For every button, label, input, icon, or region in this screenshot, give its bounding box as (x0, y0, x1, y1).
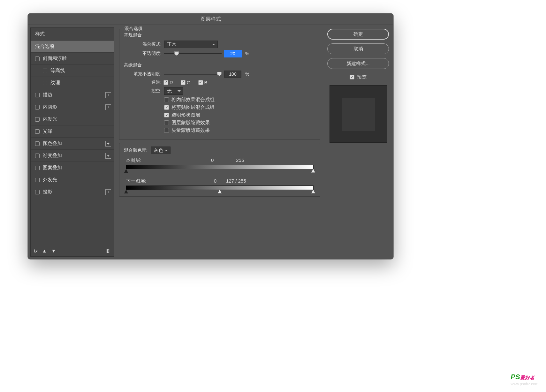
underlying-layer-gradient[interactable] (126, 185, 314, 190)
sidebar-item-inner-glow[interactable]: 内发光 (31, 113, 114, 125)
preview-checkbox[interactable] (350, 75, 354, 79)
checkbox[interactable] (35, 154, 40, 158)
dialog-title[interactable]: 图层样式 (28, 13, 393, 25)
slider-black-handle-icon[interactable] (124, 190, 128, 193)
trash-icon[interactable]: 🗑 (106, 248, 110, 253)
percent-label: % (245, 51, 249, 56)
plus-icon[interactable]: + (105, 92, 111, 98)
sidebar-item-label: 描边 (43, 92, 105, 98)
checkbox[interactable] (164, 120, 169, 125)
sidebar-item-outer-glow[interactable]: 外发光 (31, 174, 114, 186)
channel-b-checkbox[interactable] (198, 80, 203, 85)
percent-label: % (245, 72, 249, 77)
sidebar-item-label: 内发光 (43, 116, 111, 122)
blend-if-group: 混合颜色带: 灰色 本图层: 0255 (119, 143, 320, 197)
arrow-up-icon[interactable]: ▲ (42, 248, 47, 253)
sidebar-item-inner-shadow[interactable]: 内阴影+ (31, 101, 114, 113)
sidebar-header: 样式 (31, 28, 114, 41)
opt-layer-mask-hide[interactable]: 图层蒙版隐藏效果 (164, 120, 315, 126)
sidebar-item-drop-shadow[interactable]: 投影+ (31, 186, 114, 198)
underlying-layer-label: 下一图层: (126, 178, 146, 184)
preview-label: 预览 (357, 74, 367, 80)
preview-inner (342, 98, 375, 131)
blend-if-label: 混合颜色带: (124, 147, 148, 153)
sidebar-item-label: 混合选项 (35, 43, 111, 49)
checkbox[interactable] (35, 117, 40, 122)
plus-icon[interactable]: + (105, 141, 111, 147)
sidebar-item-satin[interactable]: 光泽 (31, 125, 114, 138)
checkbox[interactable] (35, 57, 40, 61)
styles-sidebar: 样式 混合选项 斜面和浮雕 等高线 纹理 描边+ 内阴影+ 内发光 光泽 颜色叠… (30, 27, 114, 257)
this-layer-row: 本图层: 0255 (124, 157, 315, 169)
plus-icon[interactable]: + (105, 153, 111, 159)
checkbox[interactable] (35, 166, 40, 170)
opt-vector-mask-hide[interactable]: 矢量蒙版隐藏效果 (164, 127, 315, 133)
sidebar-item-label: 等高线 (50, 68, 111, 74)
fill-opacity-label: 填充不透明度: (124, 71, 162, 77)
knockout-label: 挖空: (124, 88, 162, 94)
slider-handle-icon[interactable] (217, 72, 222, 76)
opacity-input[interactable] (224, 50, 241, 57)
preview-swatch (330, 85, 387, 143)
slider-handle-icon[interactable] (174, 51, 179, 56)
underlying-layer-row: 下一图层: 0127 / 255 (124, 178, 315, 190)
fill-opacity-slider[interactable] (164, 71, 222, 77)
sidebar-footer: fx ▲ ▼ 🗑 (31, 245, 114, 256)
layer-style-dialog: 图层样式 样式 混合选项 斜面和浮雕 等高线 纹理 描边+ 内阴影+ 内发光 光… (28, 13, 393, 259)
channels-row: 通道: R G B (124, 79, 315, 85)
sidebar-item-label: 纹理 (50, 80, 111, 86)
blend-mode-label: 混合模式: (124, 41, 162, 47)
sidebar-item-color-overlay[interactable]: 颜色叠加+ (31, 138, 114, 150)
new-style-button[interactable]: 新建样式... (327, 58, 389, 69)
checkbox[interactable] (35, 93, 40, 97)
slider-white-handle-icon[interactable] (311, 190, 315, 193)
ok-button[interactable]: 确定 (327, 29, 389, 40)
sidebar-item-stroke[interactable]: 描边+ (31, 89, 114, 101)
channel-r-checkbox[interactable] (163, 80, 168, 85)
arrow-down-icon[interactable]: ▼ (51, 248, 56, 253)
checkbox[interactable] (43, 81, 47, 85)
fill-opacity-input[interactable] (224, 71, 241, 78)
plus-icon[interactable]: + (105, 104, 111, 110)
knockout-select[interactable]: 无 (164, 87, 183, 95)
checkbox[interactable] (35, 105, 40, 109)
opacity-label: 不透明度: (124, 51, 162, 57)
checkbox[interactable] (164, 128, 169, 133)
right-panel: 确定 取消 新建样式... 预览 (325, 27, 391, 257)
general-blending-title: 常规混合 (124, 32, 315, 38)
sidebar-item-contour[interactable]: 等高线 (31, 65, 114, 77)
checkbox[interactable] (35, 129, 40, 134)
checkbox[interactable] (43, 69, 47, 73)
checkbox[interactable] (35, 190, 40, 194)
opacity-slider[interactable] (164, 51, 222, 57)
fx-menu-icon[interactable]: fx (34, 248, 38, 253)
blend-if-select[interactable]: 灰色 (151, 147, 171, 154)
checkbox[interactable] (164, 105, 169, 110)
preview-toggle[interactable]: 预览 (327, 74, 389, 80)
sidebar-item-blending-options[interactable]: 混合选项 (31, 41, 114, 53)
sidebar-item-label: 渐变叠加 (43, 153, 105, 159)
channel-g-checkbox[interactable] (181, 80, 186, 85)
opt-transparency-shapes[interactable]: 透明形状图层 (164, 112, 315, 118)
cancel-button[interactable]: 取消 (327, 43, 389, 54)
sidebar-item-pattern-overlay[interactable]: 图案叠加 (31, 162, 114, 174)
sidebar-item-gradient-overlay[interactable]: 渐变叠加+ (31, 150, 114, 162)
this-layer-gradient[interactable] (126, 165, 314, 169)
dialog-body: 样式 混合选项 斜面和浮雕 等高线 纹理 描边+ 内阴影+ 内发光 光泽 颜色叠… (28, 25, 393, 259)
slider-white-split-handle-icon[interactable] (218, 190, 222, 193)
blend-mode-select[interactable]: 正常 (164, 41, 218, 48)
opt-blend-interior[interactable]: 将内部效果混合成组 (164, 97, 315, 103)
blending-options-group: 混合选项 常规混合 混合模式: 正常 不透明度: % 高级混合 填充不透明度: (119, 29, 320, 140)
checkbox[interactable] (35, 141, 40, 146)
knockout-row: 挖空: 无 (124, 87, 315, 95)
checkbox[interactable] (164, 97, 169, 102)
plus-icon[interactable]: + (105, 189, 111, 195)
sidebar-item-label: 图案叠加 (43, 165, 111, 171)
sidebar-item-texture[interactable]: 纹理 (31, 77, 114, 89)
sidebar-item-bevel[interactable]: 斜面和浮雕 (31, 53, 114, 65)
checkbox[interactable] (35, 178, 40, 182)
checkbox[interactable] (164, 113, 169, 117)
opt-blend-clipped[interactable]: 将剪贴图层混合成组 (164, 104, 315, 110)
watermark: PS爱好者 www.psahz.com (511, 373, 538, 386)
group-legend: 混合选项 (123, 26, 144, 32)
